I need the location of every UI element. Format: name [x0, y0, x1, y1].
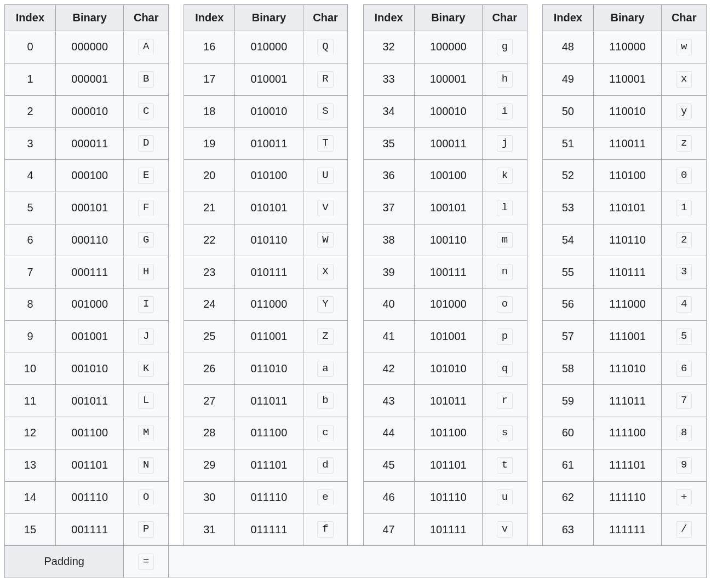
- cell-index: 18: [184, 95, 235, 128]
- cell-binary: 100100: [414, 160, 483, 192]
- cell-binary: 110101: [593, 192, 662, 224]
- char-code: F: [138, 200, 154, 216]
- cell-index: 36: [363, 160, 414, 192]
- cell-index: 6: [5, 224, 56, 256]
- cell-char: u: [483, 481, 527, 514]
- cell-binary: 000011: [55, 128, 124, 160]
- cell-binary: 001101: [55, 449, 124, 481]
- char-code: L: [138, 393, 154, 409]
- char-code: 0: [676, 168, 692, 184]
- char-code: q: [497, 361, 513, 377]
- char-code: Z: [317, 328, 333, 345]
- cell-index: 43: [363, 385, 414, 417]
- cell-binary: 111010: [593, 353, 662, 385]
- cell-char: m: [483, 224, 527, 256]
- cell-char: M: [124, 417, 169, 449]
- cell-binary: 010101: [235, 192, 303, 224]
- cell-binary: 011001: [235, 320, 303, 353]
- char-code: r: [497, 393, 513, 409]
- cell-index: 0: [5, 31, 56, 64]
- char-code: U: [317, 168, 333, 184]
- cell-binary: 111110: [593, 481, 662, 514]
- cell-binary: 000000: [55, 31, 124, 64]
- cell-char: o: [483, 289, 527, 321]
- cell-binary: 110110: [593, 224, 662, 256]
- cell-char: T: [303, 128, 348, 160]
- cell-binary: 110111: [593, 256, 662, 289]
- cell-index: 24: [184, 289, 235, 321]
- cell-binary: 011000: [235, 289, 303, 321]
- cell-binary: 101101: [414, 449, 483, 481]
- char-code: S: [317, 103, 333, 120]
- char-code: b: [317, 393, 333, 409]
- cell-index: 35: [363, 128, 414, 160]
- cell-index: 31: [184, 514, 235, 546]
- cell-index: 32: [363, 31, 414, 64]
- cell-char: f: [303, 514, 348, 546]
- cell-index: 8: [5, 289, 56, 321]
- cell-char: 1: [662, 192, 707, 224]
- cell-char: n: [483, 256, 527, 289]
- cell-char: N: [124, 449, 169, 481]
- padding-label: Padding: [5, 546, 124, 578]
- cell-binary: 100101: [414, 192, 483, 224]
- cell-index: 17: [184, 63, 235, 95]
- char-code: I: [138, 296, 154, 313]
- cell-index: 30: [184, 481, 235, 514]
- cell-char: z: [662, 128, 707, 160]
- cell-binary: 011101: [235, 449, 303, 481]
- char-code: K: [138, 361, 154, 377]
- cell-binary: 101011: [414, 385, 483, 417]
- cell-binary: 000110: [55, 224, 124, 256]
- cell-binary: 011011: [235, 385, 303, 417]
- cell-binary: 101001: [414, 320, 483, 353]
- char-code: D: [138, 135, 154, 152]
- char-code: u: [497, 489, 513, 506]
- cell-index: 57: [542, 320, 593, 353]
- cell-binary: 110100: [593, 160, 662, 192]
- padding-char: =: [138, 554, 154, 570]
- cell-char: r: [483, 385, 527, 417]
- cell-binary: 100011: [414, 128, 483, 160]
- cell-binary: 010000: [235, 31, 303, 64]
- col-header-index: Index: [5, 5, 56, 31]
- char-code: c: [317, 425, 333, 441]
- cell-index: 38: [363, 224, 414, 256]
- char-code: H: [138, 264, 154, 280]
- cell-char: U: [303, 160, 348, 192]
- char-code: j: [497, 135, 513, 152]
- char-code: X: [317, 264, 333, 280]
- cell-binary: 011111: [235, 514, 303, 546]
- cell-binary: 111101: [593, 449, 662, 481]
- cell-char: 3: [662, 256, 707, 289]
- char-code: v: [497, 521, 513, 538]
- cell-index: 58: [542, 353, 593, 385]
- cell-char: j: [483, 128, 527, 160]
- cell-index: 15: [5, 514, 56, 546]
- cell-binary: 010010: [235, 95, 303, 128]
- cell-binary: 101000: [414, 289, 483, 321]
- col-header-index: Index: [363, 5, 414, 31]
- cell-binary: 000111: [55, 256, 124, 289]
- cell-binary: 101100: [414, 417, 483, 449]
- base64-alphabet-table: IndexBinaryCharIndexBinaryCharIndexBinar…: [4, 4, 707, 578]
- cell-binary: 010111: [235, 256, 303, 289]
- col-header-index: Index: [542, 5, 593, 31]
- cell-binary: 111111: [593, 514, 662, 546]
- cell-binary: 111001: [593, 320, 662, 353]
- cell-binary: 010110: [235, 224, 303, 256]
- cell-index: 16: [184, 31, 235, 64]
- cell-index: 7: [5, 256, 56, 289]
- cell-binary: 000001: [55, 63, 124, 95]
- cell-char: G: [124, 224, 169, 256]
- cell-index: 60: [542, 417, 593, 449]
- char-code: a: [317, 361, 333, 377]
- cell-index: 51: [542, 128, 593, 160]
- cell-char: S: [303, 95, 348, 128]
- cell-char: 0: [662, 160, 707, 192]
- cell-binary: 111100: [593, 417, 662, 449]
- cell-index: 63: [542, 514, 593, 546]
- char-code: +: [676, 489, 692, 506]
- cell-binary: 010100: [235, 160, 303, 192]
- cell-binary: 101111: [414, 514, 483, 546]
